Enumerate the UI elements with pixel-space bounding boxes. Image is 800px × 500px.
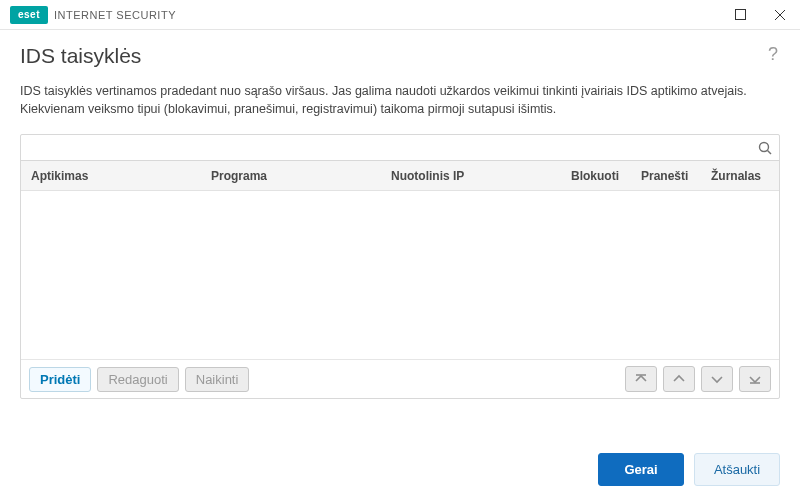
column-notify[interactable]: Pranešti [631, 169, 701, 183]
square-icon [735, 9, 746, 20]
cancel-button[interactable]: Atšaukti [694, 453, 780, 486]
chevron-top-icon [634, 373, 648, 385]
svg-point-1 [760, 142, 769, 151]
column-block[interactable]: Blokuoti [561, 169, 631, 183]
chevron-down-icon [710, 373, 724, 385]
column-detection[interactable]: Aptikimas [21, 169, 201, 183]
search-icon [758, 141, 772, 155]
window-maximize-button[interactable] [720, 0, 760, 30]
delete-button: Naikinti [185, 367, 250, 392]
table-body [21, 191, 779, 359]
table-header: Aptikimas Programa Nuotolinis IP Blokuot… [21, 161, 779, 191]
move-bottom-button [739, 366, 771, 392]
panel-footer: Pridėti Redaguoti Naikinti [21, 359, 779, 398]
page-description: IDS taisyklės vertinamos pradedant nuo s… [20, 82, 780, 118]
move-up-button [663, 366, 695, 392]
edit-button: Redaguoti [97, 367, 178, 392]
chevron-bottom-icon [748, 373, 762, 385]
ok-button[interactable]: Gerai [598, 453, 684, 486]
column-log[interactable]: Žurnalas [701, 169, 779, 183]
move-down-button [701, 366, 733, 392]
svg-rect-0 [735, 10, 745, 20]
search-row [21, 135, 779, 161]
page-title: IDS taisyklės [20, 44, 766, 68]
column-application[interactable]: Programa [201, 169, 381, 183]
move-top-button [625, 366, 657, 392]
chevron-up-icon [672, 373, 686, 385]
close-icon [774, 9, 786, 21]
help-icon[interactable]: ? [766, 44, 780, 65]
column-remote-ip[interactable]: Nuotolinis IP [381, 169, 561, 183]
rules-panel: Aptikimas Programa Nuotolinis IP Blokuot… [20, 134, 780, 399]
brand-badge: eset [10, 6, 48, 24]
titlebar: eset INTERNET SECURITY [0, 0, 800, 30]
search-input[interactable] [21, 135, 751, 160]
brand: eset INTERNET SECURITY [10, 6, 176, 24]
search-button[interactable] [751, 135, 779, 161]
add-button[interactable]: Pridėti [29, 367, 91, 392]
dialog-footer: Gerai Atšaukti [598, 453, 780, 486]
window-close-button[interactable] [760, 0, 800, 30]
brand-text: INTERNET SECURITY [54, 9, 176, 21]
